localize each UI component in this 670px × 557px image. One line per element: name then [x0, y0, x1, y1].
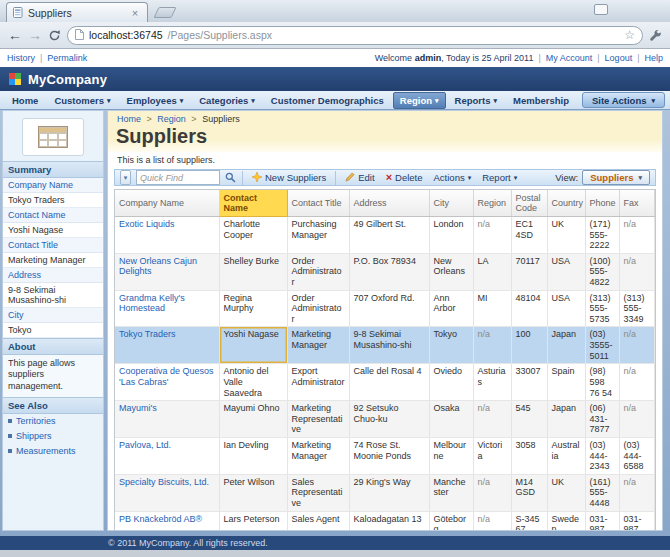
table-cell[interactable]: (98) 598 76 54	[585, 364, 619, 401]
table-cell[interactable]: Antonio del Valle Saavedra	[219, 364, 287, 401]
table-cell[interactable]: n/a	[473, 327, 511, 364]
table-cell[interactable]: Specialty Biscuits, Ltd.	[115, 474, 219, 511]
sidebar-link-measurements[interactable]: Measurements	[3, 444, 103, 459]
company-link[interactable]: New Orleans Cajun Delights	[119, 256, 197, 277]
table-row[interactable]: Cooperativa de Quesos 'Las Cabras'Antoni…	[115, 364, 655, 401]
table-cell[interactable]: n/a	[473, 401, 511, 438]
table-row[interactable]: Exotic LiquidsCharlotte CooperPurchasing…	[115, 217, 655, 254]
table-cell[interactable]: 74 Rose St. Moonie Ponds	[349, 437, 429, 474]
column-header-city[interactable]: City	[429, 190, 473, 217]
table-cell[interactable]: New Orleans Cajun Delights	[115, 253, 219, 290]
table-cell[interactable]: USA	[547, 290, 585, 327]
summary-field-label[interactable]: Contact Title	[3, 238, 103, 253]
company-link[interactable]: Tokyo Traders	[119, 329, 176, 339]
summary-field-label[interactable]: Company Name	[3, 178, 103, 193]
table-cell[interactable]: (100) 555-4822	[585, 253, 619, 290]
table-cell[interactable]: 49 Gilbert St.	[349, 217, 429, 254]
table-cell[interactable]: PB Knäckebröd AB®	[115, 511, 219, 531]
table-cell[interactable]: n/a	[619, 474, 655, 511]
table-cell[interactable]: 031-987 65 91	[619, 511, 655, 531]
table-cell[interactable]: Regina Murphy	[219, 290, 287, 327]
table-cell[interactable]: Australia	[547, 437, 585, 474]
table-cell[interactable]: (313) 555-3349	[619, 290, 655, 327]
bookmark-star-icon[interactable]: ☆	[624, 28, 635, 42]
table-cell[interactable]: Yoshi Nagase	[219, 327, 287, 364]
table-row[interactable]: New Orleans Cajun DelightsShelley BurkeO…	[115, 253, 655, 290]
help-link[interactable]: Help	[644, 53, 663, 63]
search-scope-button[interactable]: ▾	[120, 170, 131, 185]
table-cell[interactable]: 100	[511, 327, 547, 364]
table-cell[interactable]: (03) 444-6588	[619, 437, 655, 474]
table-cell[interactable]: 33007	[511, 364, 547, 401]
table-cell[interactable]: Mayumi's	[115, 401, 219, 438]
table-cell[interactable]: 545	[511, 401, 547, 438]
table-cell[interactable]: USA	[547, 253, 585, 290]
table-cell[interactable]: Exotic Liquids	[115, 217, 219, 254]
table-cell[interactable]: n/a	[619, 327, 655, 364]
nav-item-home[interactable]: Home	[5, 92, 45, 109]
summary-field-label[interactable]: City	[3, 308, 103, 323]
column-header-phone[interactable]: Phone	[585, 190, 619, 217]
table-cell[interactable]: Asturias	[473, 364, 511, 401]
table-cell[interactable]: Purchasing Manager	[287, 217, 349, 254]
table-cell[interactable]: Oviedo	[429, 364, 473, 401]
company-link[interactable]: PB Knäckebröd AB®	[119, 514, 202, 524]
table-cell[interactable]: Osaka	[429, 401, 473, 438]
table-cell[interactable]: 031-987 65 43	[585, 511, 619, 531]
actions-button[interactable]: Actions ▾	[431, 171, 475, 184]
table-cell[interactable]: (03) 444-2343	[585, 437, 619, 474]
table-row[interactable]: PB Knäckebröd AB®Lars PetersonSales Agen…	[115, 511, 655, 531]
logout-link[interactable]: Logout	[605, 53, 633, 63]
table-cell[interactable]: Marketing Manager	[287, 327, 349, 364]
table-cell[interactable]: UK	[547, 474, 585, 511]
nav-item-membership[interactable]: Membership	[506, 92, 576, 109]
column-header-contact-name[interactable]: Contact Name	[219, 190, 287, 217]
table-cell[interactable]: Melbourne	[429, 437, 473, 474]
table-cell[interactable]: Japan	[547, 327, 585, 364]
table-cell[interactable]: S-345 67	[511, 511, 547, 531]
column-header-region[interactable]: Region	[473, 190, 511, 217]
table-cell[interactable]: Charlotte Cooper	[219, 217, 287, 254]
summary-field-label[interactable]: Address	[3, 268, 103, 283]
table-cell[interactable]: Spain	[547, 364, 585, 401]
table-cell[interactable]: MI	[473, 290, 511, 327]
table-cell[interactable]: 3058	[511, 437, 547, 474]
window-control-icon[interactable]	[594, 4, 608, 15]
nav-item-customers[interactable]: Customers▾	[47, 92, 117, 109]
table-cell[interactable]: n/a	[473, 511, 511, 531]
table-cell[interactable]: n/a	[619, 253, 655, 290]
my-account-link[interactable]: My Account	[546, 53, 593, 63]
company-link[interactable]: Grandma Kelly's Homestead	[119, 293, 185, 314]
company-link[interactable]: Mayumi's	[119, 403, 157, 413]
table-cell[interactable]: Calle del Rosal 4	[349, 364, 429, 401]
table-cell[interactable]: 70117	[511, 253, 547, 290]
breadcrumb-region[interactable]: Region	[157, 114, 186, 124]
company-link[interactable]: Exotic Liquids	[119, 219, 175, 229]
nav-item-region[interactable]: Region▾	[393, 92, 446, 109]
column-header-country[interactable]: Country	[547, 190, 585, 217]
table-cell[interactable]: Göteborg	[429, 511, 473, 531]
column-header-postal-code[interactable]: Postal Code	[511, 190, 547, 217]
table-cell[interactable]: Cooperativa de Quesos 'Las Cabras'	[115, 364, 219, 401]
permalink-link[interactable]: Permalink	[47, 53, 87, 63]
table-cell[interactable]: Mayumi Ohno	[219, 401, 287, 438]
table-cell[interactable]: Victoria	[473, 437, 511, 474]
table-cell[interactable]: Japan	[547, 401, 585, 438]
table-cell[interactable]: 9-8 Sekimai Musashino-shi	[349, 327, 429, 364]
nav-item-customer-demographics[interactable]: Customer Demographics	[264, 92, 391, 109]
table-row[interactable]: Tokyo TradersYoshi NagaseMarketing Manag…	[115, 327, 655, 364]
table-cell[interactable]: Tokyo Traders	[115, 327, 219, 364]
table-cell[interactable]: 29 King's Way	[349, 474, 429, 511]
table-cell[interactable]: (03) 3555-5011	[585, 327, 619, 364]
wrench-menu-icon[interactable]	[649, 29, 662, 42]
table-cell[interactable]: Shelley Burke	[219, 253, 287, 290]
table-row[interactable]: Pavlova, Ltd.Ian DevlingMarketing Manage…	[115, 437, 655, 474]
table-cell[interactable]: Marketing Representative	[287, 401, 349, 438]
table-cell[interactable]: 48104	[511, 290, 547, 327]
sidebar-link-shippers[interactable]: Shippers	[3, 429, 103, 444]
table-cell[interactable]: M14 GSD	[511, 474, 547, 511]
history-link[interactable]: History	[7, 53, 35, 63]
table-cell[interactable]: New Orleans	[429, 253, 473, 290]
table-cell[interactable]: Ian Devling	[219, 437, 287, 474]
table-cell[interactable]: Order Administrator	[287, 290, 349, 327]
